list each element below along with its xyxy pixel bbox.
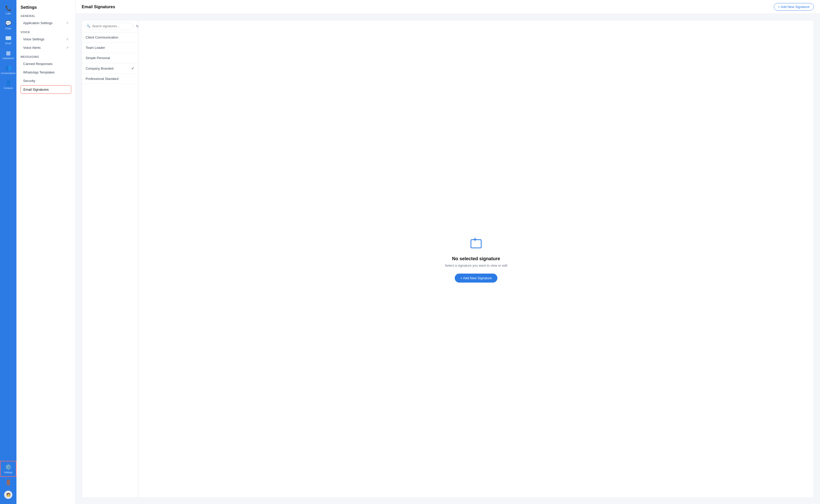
external-link-icon-voice: ↗ (66, 37, 69, 41)
menu-item-canned-responses[interactable]: Canned Responses (21, 60, 71, 68)
main-content: Email Signatures + Add New Signature 🔍 ↻… (76, 0, 820, 504)
add-new-signature-button[interactable]: + Add New Signature (455, 274, 498, 283)
menu-item-email-signatures[interactable]: Email Signatures (21, 85, 71, 94)
group-label-voice: Voice (21, 31, 71, 34)
conversations-icon: 👥 (5, 65, 12, 71)
settings-icon: ⚙️ (5, 464, 12, 470)
signature-name: Company Branded (86, 67, 113, 70)
nav-item-calls[interactable]: 📞 Calls (0, 3, 16, 17)
nav-label-contacts: Contacts (4, 87, 13, 89)
search-icon: 🔍 (87, 24, 90, 28)
nav-label-chats: Chats (5, 27, 11, 30)
nav-label-calls: Calls (6, 12, 11, 15)
nav-item-conversations[interactable]: 👥 Conversations (0, 62, 16, 77)
list-item[interactable]: Team Leader (82, 43, 138, 53)
menu-item-whatsapp-templates[interactable]: WhatsApp Templates (21, 68, 71, 76)
list-item[interactable]: Simple Personal (82, 53, 138, 63)
content-area: 🔍 ↻ Client Communication Team Leader Sim… (76, 14, 820, 504)
signature-name: Simple Personal (86, 56, 110, 60)
group-label-general: General (21, 14, 71, 17)
settings-title: Settings (21, 5, 71, 10)
signature-name: Client Communication (86, 35, 118, 39)
list-item[interactable]: Company Branded ✔ (82, 63, 138, 74)
top-bar: Email Signatures + Add New Signature (76, 0, 820, 14)
menu-item-voice-settings[interactable]: Voice Settings ↗ (21, 35, 71, 43)
external-link-icon-alerts: ↗ (66, 46, 69, 50)
chats-icon: 💬 (5, 20, 12, 26)
signature-name: Professional Standard (86, 77, 118, 81)
page-title: Email Signatures (82, 5, 115, 9)
contacts-icon: 👤 (5, 80, 12, 86)
empty-state-subtitle: Select a signature you want to view or e… (445, 264, 508, 267)
nav-label-dashboard: Dashboard (3, 57, 14, 60)
list-item[interactable]: Professional Standard (82, 74, 138, 84)
nav-item-email[interactable]: ✉️ Email (0, 32, 16, 47)
search-wrapper: 🔍 (85, 23, 133, 30)
nav-item-logout[interactable]: 🚪 (0, 477, 16, 488)
menu-item-application-settings[interactable]: Application Settings ↗ (21, 19, 71, 27)
search-bar: 🔍 ↻ (82, 20, 138, 32)
signatures-panel: 🔍 ↻ Client Communication Team Leader Sim… (82, 20, 138, 498)
empty-state-panel: No selected signature Select a signature… (138, 20, 814, 498)
list-item[interactable]: Client Communication (82, 32, 138, 43)
nav-label-settings: Settings (4, 471, 13, 474)
signature-name: Team Leader (86, 46, 105, 50)
external-link-icon: ↗ (66, 21, 69, 25)
menu-item-voice-alerts[interactable]: Voice Alerts ↗ (21, 44, 71, 52)
email-icon: ✉️ (5, 35, 12, 41)
nav-item-avatar[interactable]: 🧑 (0, 488, 16, 501)
nav-item-dashboard[interactable]: ▦ Dashboard (0, 47, 16, 62)
search-input[interactable] (85, 23, 133, 30)
no-signature-icon (468, 236, 484, 252)
add-new-signature-button-top[interactable]: + Add New Signature (774, 3, 814, 11)
nav-label-email: Email (5, 42, 11, 45)
logout-icon: 🚪 (5, 479, 12, 486)
check-icon: ✔ (131, 66, 134, 70)
sidebar-navigation: 📞 Calls 💬 Chats ✉️ Email ▦ Dashboard 👥 C… (0, 0, 16, 504)
empty-state-title: No selected signature (452, 256, 500, 262)
avatar: 🧑 (4, 491, 12, 499)
menu-item-security[interactable]: Security (21, 77, 71, 85)
calls-icon: 📞 (5, 5, 12, 11)
nav-label-conversations: Conversations (1, 72, 16, 74)
settings-sidebar: Settings General Application Settings ↗ … (16, 0, 76, 504)
nav-bottom-items: ⚙️ Settings 🚪 🧑 (0, 461, 16, 501)
nav-item-settings[interactable]: ⚙️ Settings (0, 461, 16, 477)
group-label-messaging: Messaging (21, 55, 71, 58)
nav-item-contacts[interactable]: 👤 Contacts (0, 77, 16, 92)
nav-item-chats[interactable]: 💬 Chats (0, 17, 16, 32)
signature-list: Client Communication Team Leader Simple … (82, 32, 138, 84)
svg-rect-0 (471, 240, 481, 248)
dashboard-icon: ▦ (6, 50, 11, 56)
